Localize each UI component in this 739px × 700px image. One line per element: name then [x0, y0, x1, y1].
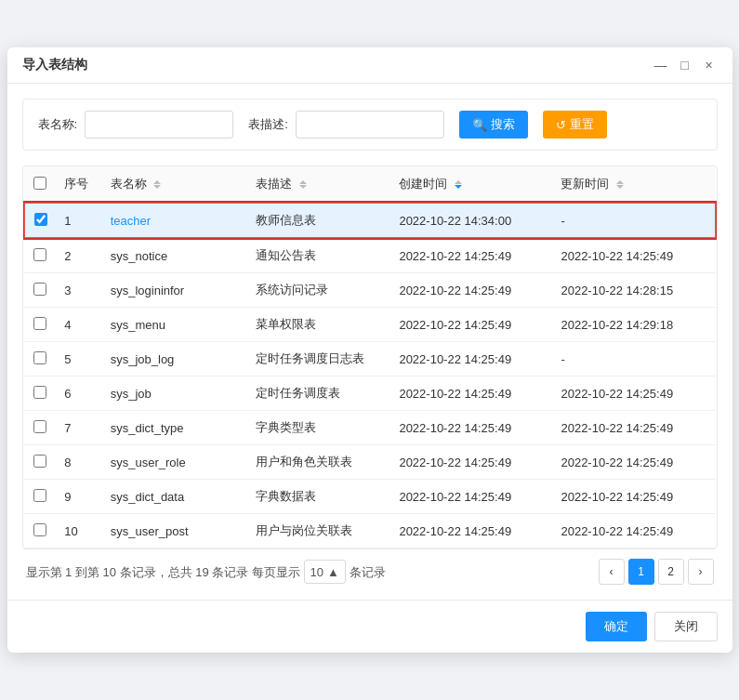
row-num: 6 [57, 376, 103, 411]
row-created: 2022-10-22 14:25:49 [391, 514, 553, 548]
row-created: 2022-10-22 14:25:49 [391, 238, 553, 273]
minimize-button[interactable]: — [653, 57, 669, 73]
row-num: 7 [57, 411, 103, 445]
header-created[interactable]: 创建时间 [391, 166, 553, 203]
row-checkbox[interactable] [33, 489, 46, 502]
row-num: 9 [57, 480, 103, 514]
row-created: 2022-10-22 14:34:00 [391, 203, 553, 238]
row-checkbox[interactable] [33, 420, 46, 433]
table-name-input[interactable] [85, 111, 233, 139]
header-controls: — □ × [653, 57, 718, 73]
table-body: 1teacher教师信息表2022-10-22 14:34:00-2sys_no… [24, 203, 716, 548]
table-row[interactable]: 6sys_job定时任务调度表2022-10-22 14:25:492022-1… [24, 376, 716, 411]
table-row[interactable]: 10sys_user_post用户与岗位关联表2022-10-22 14:25:… [24, 514, 716, 548]
table-row[interactable]: 1teacher教师信息表2022-10-22 14:34:00- [24, 203, 716, 238]
table-desc-input[interactable] [296, 111, 444, 139]
row-num: 2 [57, 238, 103, 273]
row-table-desc: 通知公告表 [248, 238, 391, 273]
header-num: 序号 [57, 166, 103, 203]
table-row[interactable]: 7sys_dict_type字典类型表2022-10-22 14:25:4920… [24, 411, 716, 445]
table-name-field: 表名称: [38, 111, 234, 139]
row-table-name: teacher [103, 203, 248, 238]
row-checkbox-cell [24, 342, 58, 376]
header-updated[interactable]: 更新时间 [553, 166, 715, 203]
reset-btn-label: 重置 [570, 116, 594, 133]
row-num: 1 [57, 203, 103, 238]
row-table-desc: 定时任务调度日志表 [248, 342, 391, 376]
dialog-footer: 确定 关闭 [7, 600, 732, 653]
table-row[interactable]: 4sys_menu菜单权限表2022-10-22 14:25:492022-10… [24, 308, 716, 342]
row-table-name: sys_job [103, 376, 248, 411]
dialog-title: 导入表结构 [22, 57, 87, 73]
row-checkbox[interactable] [33, 283, 46, 296]
row-updated: - [553, 203, 715, 238]
data-table: 序号 表名称 表描述 [23, 166, 717, 548]
row-checkbox[interactable] [33, 248, 46, 261]
select-all-checkbox[interactable] [33, 177, 46, 190]
close-dialog-button[interactable]: × [701, 57, 718, 73]
confirm-button[interactable]: 确定 [586, 612, 647, 641]
row-checkbox-cell [24, 273, 58, 308]
row-table-desc: 定时任务调度表 [248, 376, 391, 411]
row-table-desc: 字典数据表 [248, 480, 391, 514]
row-table-name: sys_dict_type [103, 411, 248, 445]
table-desc-label: 表描述: [248, 116, 288, 133]
table-name-label: 表名称: [38, 116, 78, 133]
close-button[interactable]: 关闭 [654, 612, 718, 641]
row-updated: 2022-10-22 14:29:18 [553, 308, 715, 342]
row-table-name: sys_user_post [103, 514, 248, 548]
row-created: 2022-10-22 14:25:49 [391, 308, 553, 342]
maximize-button[interactable]: □ [677, 57, 693, 73]
sort-created-icon [455, 180, 462, 189]
row-created: 2022-10-22 14:25:49 [391, 411, 553, 445]
page-1-button[interactable]: 1 [628, 559, 654, 585]
table-row[interactable]: 5sys_job_log定时任务调度日志表2022-10-22 14:25:49… [24, 342, 716, 376]
import-table-dialog: 导入表结构 — □ × 表名称: 表描述: 🔍 搜索 ↺ 重置 [7, 47, 732, 653]
row-checkbox[interactable] [33, 455, 46, 468]
row-updated: 2022-10-22 14:25:49 [553, 376, 715, 411]
row-created: 2022-10-22 14:25:49 [391, 445, 553, 480]
page-size-select[interactable]: 10 ▲ [304, 560, 346, 584]
row-checkbox-cell [24, 308, 58, 342]
dialog-body: 表名称: 表描述: 🔍 搜索 ↺ 重置 [7, 84, 732, 600]
pagination-controls: ‹ 1 2 › [599, 559, 714, 585]
row-checkbox[interactable] [34, 213, 47, 226]
row-created: 2022-10-22 14:25:49 [391, 376, 553, 411]
row-updated: 2022-10-22 14:25:49 [553, 238, 715, 273]
row-table-name: sys_dict_data [103, 480, 248, 514]
row-created: 2022-10-22 14:25:49 [391, 273, 553, 308]
row-num: 8 [57, 445, 103, 480]
row-table-desc: 菜单权限表 [248, 308, 391, 342]
row-table-desc: 用户与岗位关联表 [248, 514, 391, 548]
row-checkbox-cell [24, 445, 58, 480]
page-2-button[interactable]: 2 [658, 559, 684, 585]
row-num: 10 [57, 514, 103, 548]
reset-button[interactable]: ↺ 重置 [543, 111, 607, 139]
row-num: 4 [57, 308, 103, 342]
table-row[interactable]: 9sys_dict_data字典数据表2022-10-22 14:25:4920… [24, 480, 716, 514]
table-header-row: 序号 表名称 表描述 [24, 166, 716, 203]
header-table-name[interactable]: 表名称 [103, 166, 248, 203]
table-name-link[interactable]: teacher [111, 214, 151, 228]
pagination-unit: 条记录 [350, 565, 386, 579]
row-checkbox[interactable] [33, 386, 46, 399]
pagination-info-text: 显示第 1 到第 10 条记录，总共 19 条记录 每页显示 [26, 565, 300, 579]
row-checkbox[interactable] [33, 523, 46, 536]
row-created: 2022-10-22 14:25:49 [391, 480, 553, 514]
page-size-value: 10 [310, 565, 323, 579]
header-table-desc[interactable]: 表描述 [248, 166, 391, 203]
row-checkbox-cell [24, 411, 58, 445]
next-page-button[interactable]: › [688, 559, 714, 585]
table-row[interactable]: 3sys_logininfor系统访问记录2022-10-22 14:25:49… [24, 273, 716, 308]
table-row[interactable]: 8sys_user_role用户和角色关联表2022-10-22 14:25:4… [24, 445, 716, 480]
sort-name-icon [153, 180, 161, 189]
row-table-desc: 用户和角色关联表 [248, 445, 391, 480]
prev-page-button[interactable]: ‹ [599, 559, 625, 585]
row-table-name: sys_user_role [103, 445, 248, 480]
row-updated: 2022-10-22 14:25:49 [553, 480, 715, 514]
table-row[interactable]: 2sys_notice通知公告表2022-10-22 14:25:492022-… [24, 238, 716, 273]
row-checkbox[interactable] [33, 351, 46, 364]
search-button[interactable]: 🔍 搜索 [459, 111, 528, 139]
row-checkbox[interactable] [33, 317, 46, 330]
refresh-icon: ↺ [556, 118, 566, 132]
